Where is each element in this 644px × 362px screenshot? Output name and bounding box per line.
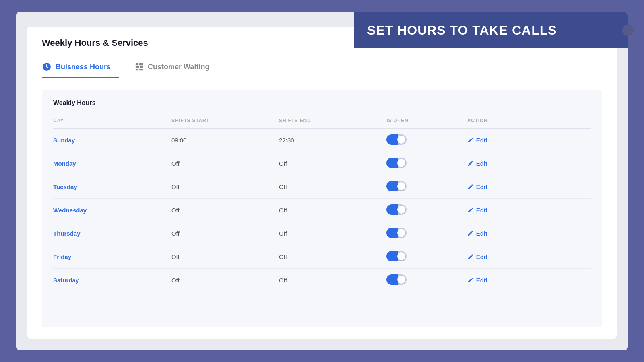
edit-label: Edit <box>476 230 487 237</box>
svg-rect-4 <box>139 63 143 66</box>
pencil-icon <box>467 160 474 167</box>
is-open-cell <box>386 152 467 175</box>
tabs-row: Buisness Hours Customer Waiting <box>42 58 602 78</box>
shifts-start-cell: Off <box>171 222 279 245</box>
is-open-cell <box>386 128 467 152</box>
header-banner-title: SET HOURS TO TAKE CALLS <box>367 23 557 38</box>
day-cell: Saturday <box>53 268 171 292</box>
day-cell: Friday <box>53 245 171 268</box>
svg-rect-3 <box>136 63 138 66</box>
edit-button-monday[interactable]: Edit <box>467 160 487 167</box>
table-header-row: DAY SHIFTS START SHIFTS END IS OPEN ACTI… <box>53 115 591 129</box>
shifts-end-cell: Off <box>279 152 386 175</box>
shifts-end-cell: Off <box>279 175 386 198</box>
edit-button-friday[interactable]: Edit <box>467 253 487 260</box>
table-row: Sunday09:0022:30Edit <box>53 128 591 152</box>
col-header-shifts-end: SHIFTS END <box>279 115 386 129</box>
day-cell: Wednesday <box>53 198 171 222</box>
col-header-shifts-start: SHIFTS START <box>171 115 279 129</box>
shifts-end-cell: Off <box>279 222 386 245</box>
is-open-cell <box>386 222 467 245</box>
header-arrow <box>622 25 634 36</box>
main-card: Weekly Hours & Services Buisness Hours <box>27 27 617 339</box>
header-banner: SET HOURS TO TAKE CALLS <box>354 12 628 48</box>
edit-button-thursday[interactable]: Edit <box>467 230 487 237</box>
edit-label: Edit <box>476 137 487 144</box>
weekly-section: Weakly Hours DAY SHIFTS START SHIFTS END… <box>42 90 602 328</box>
table-row: WednesdayOffOffEdit <box>53 198 591 222</box>
pencil-icon <box>467 207 474 213</box>
table-row: MondayOffOffEdit <box>53 152 591 175</box>
edit-label: Edit <box>476 207 487 214</box>
svg-rect-6 <box>140 66 143 68</box>
toggle-thursday[interactable] <box>386 228 407 238</box>
is-open-cell <box>386 198 467 222</box>
edit-label: Edit <box>476 160 487 167</box>
shifts-end-cell: Off <box>279 245 386 268</box>
tab-customer-waiting-label: Customer Waiting <box>148 63 209 71</box>
shifts-start-cell: Off <box>171 245 279 268</box>
action-cell: Edit <box>467 128 591 152</box>
tab-business-hours[interactable]: Buisness Hours <box>42 58 119 78</box>
action-cell: Edit <box>467 245 591 268</box>
section-title: Weakly Hours <box>53 99 591 107</box>
tab-business-hours-label: Buisness Hours <box>56 63 111 71</box>
day-cell: Monday <box>53 152 171 175</box>
shifts-start-cell: Off <box>171 268 279 292</box>
col-header-action: ACTION <box>467 115 591 129</box>
svg-rect-5 <box>136 66 139 68</box>
action-cell: Edit <box>467 198 591 222</box>
col-header-is-open: IS OPEN <box>386 115 467 129</box>
edit-button-wednesday[interactable]: Edit <box>467 207 487 214</box>
pencil-icon <box>467 183 474 190</box>
toggle-monday[interactable] <box>386 158 407 168</box>
table-row: ThursdayOffOffEdit <box>53 222 591 245</box>
pencil-icon <box>467 137 474 143</box>
grid-icon <box>135 62 144 71</box>
shifts-start-cell: Off <box>171 175 279 198</box>
toggle-tuesday[interactable] <box>386 181 407 191</box>
toggle-saturday[interactable] <box>386 274 407 285</box>
svg-rect-7 <box>136 69 138 71</box>
edit-button-saturday[interactable]: Edit <box>467 277 487 284</box>
weekly-hours-table: DAY SHIFTS START SHIFTS END IS OPEN ACTI… <box>53 115 591 292</box>
action-cell: Edit <box>467 152 591 175</box>
edit-label: Edit <box>476 277 487 284</box>
pencil-icon <box>467 277 474 283</box>
shifts-end-cell: Off <box>279 198 386 222</box>
toggle-sunday[interactable] <box>386 134 407 145</box>
table-row: TuesdayOffOffEdit <box>53 175 591 198</box>
day-cell: Tuesday <box>53 175 171 198</box>
day-cell: Sunday <box>53 128 171 152</box>
shifts-end-cell: 22:30 <box>279 128 386 152</box>
svg-rect-8 <box>139 69 143 71</box>
edit-button-tuesday[interactable]: Edit <box>467 183 487 190</box>
table-row: SaturdayOffOffEdit <box>53 268 591 292</box>
shifts-start-cell: 09:00 <box>171 128 279 152</box>
shifts-end-cell: Off <box>279 268 386 292</box>
is-open-cell <box>386 245 467 268</box>
tab-customer-waiting[interactable]: Customer Waiting <box>135 58 217 78</box>
col-header-day: DAY <box>53 115 171 129</box>
action-cell: Edit <box>467 222 591 245</box>
edit-label: Edit <box>476 183 487 190</box>
shifts-start-cell: Off <box>171 198 279 222</box>
table-row: FridayOffOffEdit <box>53 245 591 268</box>
is-open-cell <box>386 268 467 292</box>
shifts-start-cell: Off <box>171 152 279 175</box>
is-open-cell <box>386 175 467 198</box>
toggle-friday[interactable] <box>386 251 407 261</box>
action-cell: Edit <box>467 175 591 198</box>
clock-icon <box>42 62 52 72</box>
edit-button-sunday[interactable]: Edit <box>467 137 487 144</box>
edit-label: Edit <box>476 253 487 260</box>
toggle-wednesday[interactable] <box>386 204 407 215</box>
action-cell: Edit <box>467 268 591 292</box>
pencil-icon <box>467 230 474 237</box>
day-cell: Thursday <box>53 222 171 245</box>
pencil-icon <box>467 253 474 260</box>
outer-container: SET HOURS TO TAKE CALLS Weekly Hours & S… <box>16 12 628 350</box>
